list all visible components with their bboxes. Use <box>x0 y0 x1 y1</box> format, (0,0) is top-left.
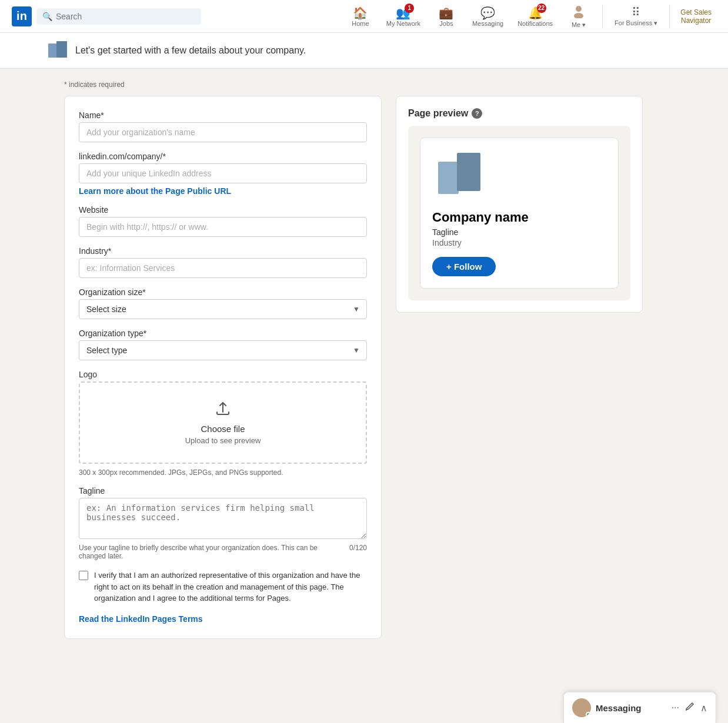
page-header: Let's get started with a few details abo… <box>0 33 728 69</box>
nav-item-notifications[interactable]: 🔔 22 Notifications <box>512 0 559 33</box>
search-bar[interactable]: 🔍 <box>36 8 201 25</box>
home-icon: 🏠 <box>353 6 368 20</box>
name-input[interactable] <box>79 122 367 142</box>
svg-point-1 <box>574 13 583 18</box>
name-label: Name* <box>79 111 367 120</box>
messaging-icons: ··· ∧ <box>672 702 707 714</box>
messaging-label: Messaging <box>596 703 667 713</box>
me-icon <box>572 4 586 21</box>
preview-industry: Industry <box>432 238 606 247</box>
help-icon[interactable]: ? <box>472 108 482 119</box>
nav-item-for-business-label: For Business ▾ <box>615 19 657 27</box>
industry-group: Industry* <box>79 246 367 278</box>
for-business-icon: ⠿ <box>632 5 640 19</box>
nav-item-my-network-label: My Network <box>386 20 420 27</box>
nav-divider <box>602 5 603 28</box>
svg-rect-2 <box>48 43 56 58</box>
name-group: Name* <box>79 111 367 142</box>
search-icon: 🔍 <box>42 12 52 21</box>
main-content: * indicates required Name* linkedin.com/… <box>41 69 687 651</box>
tagline-footer: Use your tagline to briefly describe wha… <box>79 544 367 560</box>
nav-item-home[interactable]: 🏠 Home <box>343 0 378 33</box>
verify-label: I verify that I am an authorized represe… <box>94 570 367 604</box>
online-indicator <box>586 712 591 717</box>
preview-inner: Company name Tagline Industry + Follow <box>408 126 630 300</box>
company-icon <box>47 40 68 61</box>
upload-choose-text: Choose file <box>201 424 245 434</box>
nav-item-messaging[interactable]: 💬 Messaging <box>466 0 509 33</box>
messaging-more-icon[interactable]: ··· <box>672 702 679 713</box>
get-sales-line2: Navigator <box>680 16 712 25</box>
verify-checkbox[interactable] <box>79 571 88 580</box>
website-input[interactable] <box>79 217 367 237</box>
learn-more-link[interactable]: Learn more about the Page Public URL <box>79 186 231 196</box>
nav-item-my-network[interactable]: 👥 1 My Network <box>380 0 426 33</box>
nav-item-for-business[interactable]: ⠿ For Business ▾ <box>609 0 663 33</box>
required-note: * indicates required <box>64 81 664 89</box>
messaging-bar: Messaging ··· ∧ <box>563 692 716 723</box>
svg-rect-3 <box>56 41 67 58</box>
website-label: Website <box>79 205 367 215</box>
terms-link[interactable]: Read the LinkedIn Pages Terms <box>79 614 203 624</box>
nav-item-messaging-label: Messaging <box>472 20 503 27</box>
org-type-select[interactable]: Select type Public Company Self-employed… <box>79 340 367 360</box>
navbar: in 🔍 🏠 Home 👥 1 My Network 💼 Jobs 💬 Mess… <box>0 0 728 33</box>
linkedin-url-input[interactable] <box>79 163 367 183</box>
jobs-icon: 💼 <box>439 6 453 20</box>
messaging-compose-icon[interactable] <box>685 702 694 714</box>
logo-upload-area[interactable]: Choose file Upload to see preview <box>79 381 367 464</box>
preview-title: Page preview ? <box>408 108 630 119</box>
messaging-avatar <box>572 698 591 717</box>
notifications-icon: 🔔 22 <box>528 6 543 20</box>
industry-label: Industry* <box>79 246 367 256</box>
linkedin-url-label: linkedin.com/company/* <box>79 152 367 161</box>
org-size-select[interactable]: Select size 1-10 11-50 51-200 201-500 50… <box>79 299 367 319</box>
content-row: Name* linkedin.com/company/* Learn more … <box>64 96 664 639</box>
nav-item-me[interactable]: Me ▾ <box>561 0 596 33</box>
linkedin-logo[interactable]: in <box>12 6 32 26</box>
nav-item-notifications-label: Notifications <box>517 20 553 27</box>
svg-point-0 <box>576 6 582 12</box>
industry-input[interactable] <box>79 258 367 278</box>
logo-label: Logo <box>79 370 367 379</box>
website-group: Website <box>79 205 367 237</box>
org-type-label: Organization type* <box>79 329 367 338</box>
page-header-text: Let's get started with a few details abo… <box>75 45 306 56</box>
svg-point-6 <box>577 702 586 710</box>
preview-title-text: Page preview <box>408 108 468 119</box>
notifications-badge: 22 <box>537 4 546 13</box>
nav-item-jobs[interactable]: 💼 Jobs <box>429 0 464 33</box>
nav-item-me-label: Me ▾ <box>572 21 586 29</box>
get-sales-navigator[interactable]: Get Sales Navigator <box>676 8 716 25</box>
org-size-label: Organization size* <box>79 287 367 297</box>
upload-sub-text: Upload to see preview <box>92 436 354 445</box>
preview-company-card: Company name Tagline Industry + Follow <box>420 138 619 289</box>
upload-note: 300 x 300px recommended. JPGs, JEPGs, an… <box>79 468 367 477</box>
nav-items: 🏠 Home 👥 1 My Network 💼 Jobs 💬 Messaging… <box>343 0 716 33</box>
my-network-icon: 👥 1 <box>396 6 410 20</box>
preview-company-name: Company name <box>432 210 606 225</box>
preview-card: Page preview ? Company name Tagline Indu… <box>396 96 643 313</box>
tagline-textarea[interactable] <box>79 498 367 539</box>
upload-choose-label: Choose file <box>92 424 354 434</box>
preview-logo <box>432 150 485 203</box>
org-size-group: Organization size* Select size 1-10 11-5… <box>79 287 367 319</box>
get-sales-line1: Get Sales <box>680 8 712 16</box>
nav-divider-2 <box>669 5 670 28</box>
messaging-collapse-icon[interactable]: ∧ <box>700 702 707 714</box>
nav-item-home-label: Home <box>352 20 369 27</box>
org-size-wrapper: Select size 1-10 11-50 51-200 201-500 50… <box>79 299 367 319</box>
org-type-wrapper: Select type Public Company Self-employed… <box>79 340 367 360</box>
preview-tagline: Tagline <box>432 227 606 237</box>
search-input[interactable] <box>56 12 195 21</box>
tagline-group: Tagline Use your tagline to briefly desc… <box>79 486 367 560</box>
tagline-label: Tagline <box>79 486 367 496</box>
my-network-badge: 1 <box>405 4 414 13</box>
char-count: 0/120 <box>349 544 367 552</box>
tagline-hint: Use your tagline to briefly describe wha… <box>79 544 345 560</box>
linkedin-url-group: linkedin.com/company/* <box>79 152 367 183</box>
nav-item-jobs-label: Jobs <box>439 20 453 27</box>
follow-button[interactable]: + Follow <box>432 257 496 276</box>
messaging-icon: 💬 <box>480 6 495 20</box>
svg-rect-4 <box>438 162 459 194</box>
